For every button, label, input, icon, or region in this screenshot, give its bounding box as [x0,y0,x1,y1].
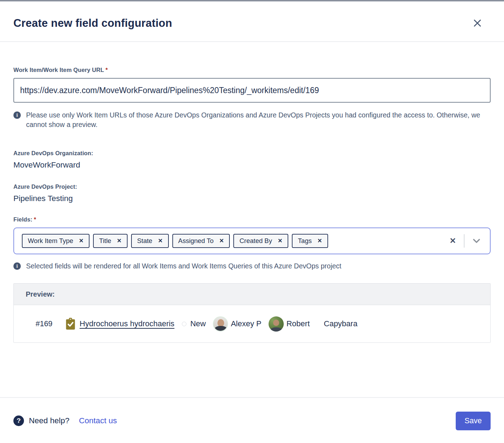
state-group: New [182,319,206,328]
chip-remove-icon[interactable]: ✕ [117,238,122,244]
chip-label: State [137,237,152,245]
fields-label: Fields:* [13,216,491,223]
chip-work-item-type[interactable]: Work Item Type ✕ [22,234,90,248]
chip-assigned-to[interactable]: Assigned To ✕ [172,234,230,248]
need-help-text: Need help? [29,416,69,425]
footer-divider [0,397,504,398]
assigned-to-group: Alexey P [213,316,262,332]
chip-title[interactable]: Title ✕ [93,234,128,248]
chip-remove-icon[interactable]: ✕ [278,238,282,244]
chip-remove-icon[interactable]: ✕ [79,238,84,244]
organization-value: MoveWorkForward [13,160,491,170]
header-divider [0,41,504,42]
contact-us-link[interactable]: Contact us [79,416,117,425]
chip-tags[interactable]: Tags ✕ [292,234,328,248]
question-mark-icon: ? [13,415,24,426]
chevron-down-icon[interactable] [471,237,482,244]
clear-all-icon[interactable]: ✕ [448,237,457,245]
modal-footer: ? Need help? Contact us Save [0,399,504,443]
state-value: New [190,319,206,328]
required-marker: * [34,216,36,223]
url-field-label-text: Work Item/Work Item Query URL [13,67,104,73]
project-field: Azure DevOps Project: Pipelines Testing [13,183,491,203]
close-button[interactable] [471,16,484,30]
selected-field-chips: Work Item Type ✕ Title ✕ State ✕ Assigne… [22,234,328,248]
save-button[interactable]: Save [456,412,491,430]
page-title: Create new field configuration [13,17,172,30]
project-value: Pipelines Testing [13,194,491,203]
tags-value: Capybara [324,319,357,328]
info-icon: i [13,111,21,119]
assigned-to-name: Alexey P [231,319,262,328]
chip-label: Title [99,237,111,245]
work-item-title-link[interactable]: Hydrochoerus hydrochaeris [80,319,174,328]
created-by-name: Robert [287,319,310,328]
modal-header: Create new field configuration [0,1,504,41]
url-field-label: Work Item/Work Item Query URL* [13,67,491,73]
organization-label: Azure DevOps Organization: [13,150,491,157]
chip-label: Tags [298,237,312,245]
chip-created-by[interactable]: Created By ✕ [233,234,288,248]
state-circle-icon [182,322,186,326]
organization-field: Azure DevOps Organization: MoveWorkForwa… [13,150,491,170]
modal-body: Work Item/Work Item Query URL* i Please … [0,67,504,343]
created-by-group: Robert [269,316,310,332]
url-help-text: Please use only Work Item URLs of those … [26,110,481,129]
fields-multi-select[interactable]: Work Item Type ✕ Title ✕ State ✕ Assigne… [13,227,491,254]
fields-help-text: Selected fields will be rendered for all… [26,261,342,271]
project-label: Azure DevOps Project: [13,183,491,190]
work-item-url-input[interactable] [13,78,491,103]
chip-state[interactable]: State ✕ [131,234,169,248]
chip-label: Assigned To [178,237,214,245]
work-item-type-icon [65,318,76,330]
chip-remove-icon[interactable]: ✕ [219,238,224,244]
chip-label: Work Item Type [28,237,73,245]
info-icon: i [13,262,21,270]
url-info-row: i Please use only Work Item URLs of thos… [13,110,491,129]
chip-remove-icon[interactable]: ✕ [158,238,162,244]
fields-label-text: Fields: [13,216,32,223]
assigned-to-avatar [213,316,228,332]
required-marker: * [105,67,108,73]
chip-remove-icon[interactable]: ✕ [317,238,322,244]
created-by-avatar [269,316,284,332]
select-separator [464,234,465,248]
work-item-id: #169 [36,320,53,328]
preview-header: Preview: [14,284,490,305]
preview-panel: Preview: #169 Hydrochoerus hydrochaeris … [13,283,491,343]
fields-info-row: i Selected fields will be rendered for a… [13,261,491,271]
work-item-preview-row: #169 Hydrochoerus hydrochaeris New Alexe… [14,305,490,342]
chip-label: Created By [239,237,272,245]
close-icon [472,24,483,30]
select-controls: ✕ [448,234,482,248]
